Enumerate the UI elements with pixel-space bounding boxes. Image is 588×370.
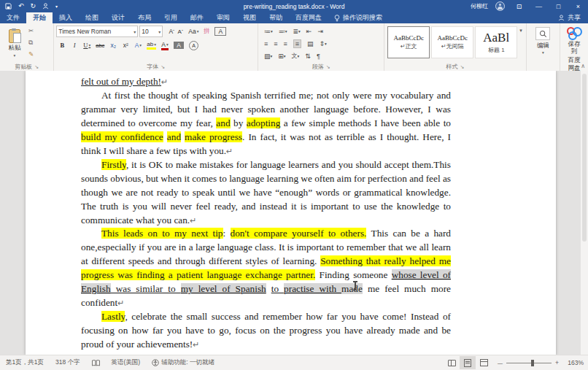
tab-view[interactable]: 视图	[236, 12, 263, 23]
vertical-scrollbar[interactable]	[581, 71, 588, 355]
enclose-character-button[interactable]: A	[189, 41, 198, 50]
undo-icon[interactable]: ↶	[18, 3, 24, 9]
superscript-button[interactable]: x²	[122, 42, 129, 49]
text-run: build my confidence	[81, 131, 163, 142]
tab-draw[interactable]: 绘图	[79, 12, 105, 23]
redo-icon[interactable]: ↻	[31, 3, 36, 9]
paragraph[interactable]: Firstly, it is OK to make mistakes for l…	[81, 158, 451, 228]
save-icon[interactable]	[5, 3, 12, 9]
paragraph-dialog-launcher-icon[interactable]: ↘	[326, 64, 330, 69]
page-indicator[interactable]: 第1页，共1页	[0, 358, 50, 367]
tab-help[interactable]: 帮助	[263, 12, 289, 23]
copy-icon[interactable]: ⧉	[28, 39, 34, 47]
paragraph[interactable]: At first the thought of speaking Spanish…	[81, 89, 451, 158]
styles-dialog-launcher-icon[interactable]: ↘	[460, 64, 465, 69]
bullets-icon[interactable]: ≔▾	[264, 28, 273, 35]
phonetic-guide-button[interactable]: 拼	[203, 27, 210, 36]
tab-baidu-netdisk[interactable]: 百度网盘	[289, 12, 328, 23]
bold-button[interactable]: B	[58, 42, 66, 49]
account-name[interactable]: 何柳红	[468, 2, 491, 10]
style-item-no-spacing[interactable]: AaBbCcDc↵无间隔	[431, 26, 473, 58]
borders-icon[interactable]: ⊞▾	[278, 53, 285, 60]
ribbon-display-options-icon[interactable]: ⊡	[509, 0, 529, 12]
style-item-normal[interactable]: AaBbCcDc↵正文	[387, 26, 430, 58]
group-paragraph: ≔▾ ≕▾ ≣▾ ⇤ ⇥ ≡ ≡ ≡ ≡ ▤ ⇕▾ ▨▾ ⊞▾ 文▾ ⇅ ¶ 段…	[258, 23, 384, 71]
tab-mailings[interactable]: 邮件	[184, 12, 210, 23]
subscript-button[interactable]: x₂	[109, 42, 117, 49]
share-button[interactable]: 共享	[551, 12, 588, 23]
quick-access-toolbar: ↶ ↻ ▾	[0, 3, 58, 9]
avatar[interactable]	[495, 1, 505, 11]
align-right-icon[interactable]: ≡	[284, 40, 287, 47]
paragraph[interactable]: felt out of my depth!↵	[81, 75, 451, 89]
clipboard-dialog-launcher-icon[interactable]: ↘	[34, 64, 39, 69]
shading-icon[interactable]: ▨▾	[264, 53, 272, 60]
shrink-font-button[interactable]: Aˇ	[177, 28, 184, 35]
distribute-icon[interactable]: ▤	[307, 40, 314, 47]
tab-insert[interactable]: 插入	[53, 12, 79, 23]
paragraph-mark: ↵	[190, 216, 196, 225]
align-center-icon[interactable]: ≡	[274, 40, 277, 47]
language-indicator[interactable]: 英语(美国)	[106, 358, 147, 367]
minimize-button[interactable]: —	[529, 0, 549, 12]
tab-file[interactable]: 文件	[0, 12, 26, 23]
align-left-icon[interactable]: ≡	[264, 40, 268, 47]
numbering-icon[interactable]: ≕▾	[279, 28, 287, 35]
decrease-indent-icon[interactable]: ⇤	[306, 28, 312, 35]
character-border-button[interactable]: A	[214, 27, 226, 36]
tab-design[interactable]: 设计	[105, 12, 131, 23]
character-shading-button[interactable]: A	[174, 42, 184, 49]
line-spacing-icon[interactable]: ⇕▾	[320, 40, 327, 47]
read-mode-icon[interactable]	[444, 356, 460, 369]
style-preview: AaBl	[483, 31, 509, 45]
paste-button[interactable]: 粘贴 ▾	[2, 25, 27, 62]
style-item-heading-1[interactable]: AaBl标题 1	[475, 26, 517, 58]
user-ink-icon[interactable]	[42, 3, 49, 9]
justify-icon[interactable]: ≡	[293, 39, 301, 48]
zoom-slider-thumb[interactable]	[531, 360, 534, 366]
strikethrough-button[interactable]: abc	[96, 42, 104, 49]
zoom-slider[interactable]	[506, 363, 552, 363]
tab-layout[interactable]: 布局	[131, 12, 158, 23]
collapse-ribbon-icon[interactable]: ∧	[581, 63, 585, 69]
styles-more-icon[interactable]: ▾	[518, 25, 524, 36]
zoom-level[interactable]: 163%	[565, 359, 588, 366]
font-size-combo[interactable]: 10▾	[139, 26, 163, 37]
italic-button[interactable]: I	[71, 42, 78, 49]
zoom-out-button[interactable]: —	[498, 361, 503, 366]
tab-review[interactable]: 审阅	[210, 12, 236, 23]
asian-layout-icon[interactable]: 文▾	[292, 52, 300, 60]
font-name-combo[interactable]: Times New Roman▾	[56, 26, 138, 37]
highlight-button[interactable]: ab▾	[147, 41, 156, 50]
grow-font-button[interactable]: Aˆ	[168, 28, 175, 35]
tab-home[interactable]: 开始	[26, 12, 53, 23]
print-layout-icon[interactable]	[460, 356, 476, 369]
customize-qat-icon[interactable]: ▾	[55, 4, 58, 9]
multilevel-list-icon[interactable]: ≣▾	[293, 28, 301, 35]
cut-icon[interactable]: ✂	[28, 27, 34, 34]
underline-button[interactable]: U▾	[83, 42, 90, 49]
increase-indent-icon[interactable]: ⇥	[317, 28, 323, 35]
tab-references[interactable]: 引用	[158, 12, 184, 23]
accessibility-status[interactable]: 辅助功能: 一切就绪	[146, 358, 220, 367]
scrollbar-thumb[interactable]	[582, 74, 587, 242]
group-styles: AaBbCcDc↵正文AaBbCcDc↵无间隔AaBl标题 1▾ 样式↘	[384, 23, 527, 71]
change-case-button[interactable]: Aa▾	[188, 28, 198, 35]
proofing-icon[interactable]	[86, 360, 106, 366]
sort-icon[interactable]: ⇅	[305, 53, 311, 60]
restore-button[interactable]: □	[549, 0, 568, 12]
format-painter-icon[interactable]: ✎	[28, 50, 34, 58]
text-effects-button[interactable]: A▾	[134, 42, 142, 49]
web-layout-icon[interactable]	[476, 356, 492, 369]
word-count[interactable]: 318 个字	[50, 358, 86, 367]
font-dialog-launcher-icon[interactable]: ↘	[160, 64, 165, 69]
document-text[interactable]: felt out of my depth!↵At first the thoug…	[81, 75, 451, 352]
show-marks-icon[interactable]: ¶	[317, 53, 320, 60]
zoom-in-button[interactable]: +	[555, 359, 559, 366]
paragraph[interactable]: Lastly, celebrate the small success and …	[81, 310, 451, 352]
font-color-button[interactable]: A▾	[161, 41, 169, 50]
close-button[interactable]: ×	[568, 0, 588, 12]
editing-button[interactable]: 编辑 ▾	[529, 25, 557, 55]
tell-me-search[interactable]: 操作说明搜索	[328, 12, 388, 23]
paragraph[interactable]: This leads on to my next tip: don't comp…	[81, 227, 451, 310]
